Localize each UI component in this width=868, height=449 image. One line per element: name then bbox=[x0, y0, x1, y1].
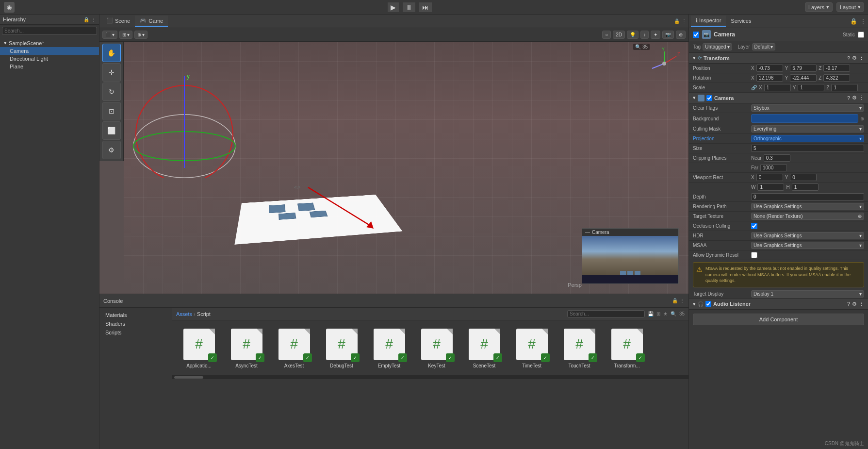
tab-services[interactable]: Services bbox=[726, 16, 756, 27]
culling-mask-dropdown[interactable]: Everything ▾ bbox=[751, 125, 864, 133]
assets-left-shaders[interactable]: Shaders bbox=[99, 319, 172, 328]
layers-dropdown[interactable]: Layers ▾ bbox=[805, 2, 833, 12]
projection-dropdown[interactable]: Orthographic ▾ bbox=[751, 135, 864, 142]
list-item[interactable]: # ✓ AsyncTest bbox=[225, 325, 268, 370]
audio-scene-btn[interactable]: ♪ bbox=[640, 31, 649, 39]
transform-tool-btn[interactable]: ⚙ bbox=[102, 141, 121, 159]
audio-settings-icon[interactable]: ⚙ bbox=[852, 301, 857, 307]
occlusion-culling-checkbox[interactable] bbox=[751, 223, 757, 229]
camera-help-icon[interactable]: ? bbox=[847, 95, 850, 101]
camera-active-checkbox[interactable] bbox=[693, 32, 699, 38]
assets-eye-icon[interactable]: 🔍 bbox=[671, 311, 676, 316]
pos-y-input[interactable] bbox=[790, 65, 817, 72]
near-input[interactable] bbox=[764, 154, 790, 162]
scene-viewport[interactable]: y ⚙ bbox=[124, 42, 688, 294]
hierarchy-item-plane[interactable]: Plane bbox=[0, 63, 99, 70]
hdr-dropdown[interactable]: Use Graphics Settings ▾ bbox=[751, 232, 864, 239]
hierarchy-item-camera[interactable]: Camera bbox=[0, 47, 99, 55]
scene-lock-icon[interactable]: 🔒 bbox=[674, 18, 680, 24]
inspector-lock-icon[interactable]: 🔒 bbox=[850, 18, 857, 25]
2d-btn[interactable]: 2D bbox=[613, 31, 625, 39]
layer-dropdown[interactable]: Default ▾ bbox=[752, 43, 776, 50]
static-checkbox[interactable] bbox=[858, 32, 864, 38]
rot-x-input[interactable] bbox=[756, 74, 783, 82]
game-tab[interactable]: 🎮 Game bbox=[135, 16, 168, 27]
rot-y-input[interactable] bbox=[790, 74, 817, 82]
scale-z-input[interactable] bbox=[831, 84, 858, 91]
gizmo-btn[interactable]: ⊕ ▾ bbox=[134, 31, 147, 39]
gizmo-toggle-btn[interactable]: ⊕ bbox=[676, 31, 686, 39]
play-button[interactable]: ▶ bbox=[388, 2, 399, 12]
list-item[interactable]: # ✓ Applicatio... bbox=[177, 325, 221, 370]
console-menu-icon[interactable]: ⋮ bbox=[680, 298, 685, 303]
list-item[interactable]: # ✓ DebugTest bbox=[320, 325, 363, 370]
rotate-tool-btn[interactable]: ↻ bbox=[102, 83, 121, 101]
tag-dropdown[interactable]: Untagged ▾ bbox=[703, 43, 732, 50]
list-item[interactable]: # ✓ AxesTest bbox=[272, 325, 316, 370]
target-display-dropdown[interactable]: Display 1 ▾ bbox=[751, 290, 864, 298]
background-color-picker[interactable] bbox=[751, 114, 858, 123]
scale-y-input[interactable] bbox=[798, 84, 824, 91]
hierarchy-item-directional-light[interactable]: Directional Light bbox=[0, 55, 99, 63]
audio-more-icon[interactable]: ⋮ bbox=[859, 301, 864, 307]
audio-help-icon[interactable]: ? bbox=[847, 301, 850, 307]
vp-w-input[interactable] bbox=[757, 183, 784, 191]
move-tool-btn[interactable]: ✛ bbox=[102, 63, 121, 82]
list-item[interactable]: # ✓ KeyTest bbox=[415, 325, 459, 370]
inspector-menu-icon[interactable]: ⋮ bbox=[860, 18, 866, 25]
audio-listener-section-header[interactable]: ▾ 🎧 Audio Listener ? ⚙ ⋮ bbox=[689, 299, 868, 310]
console-lock-icon[interactable]: 🔒 bbox=[672, 298, 678, 303]
unity-icon[interactable]: ◉ bbox=[4, 2, 15, 13]
pos-x-input[interactable] bbox=[756, 65, 783, 72]
scene-menu-icon[interactable]: ⋮ bbox=[682, 18, 687, 24]
scale-x-input[interactable] bbox=[764, 84, 791, 91]
pos-z-input[interactable] bbox=[823, 65, 850, 72]
vp-h-input[interactable] bbox=[792, 183, 819, 191]
transform-settings-icon[interactable]: ⚙ bbox=[852, 55, 857, 61]
camera-settings-icon[interactable]: ⚙ bbox=[852, 95, 857, 101]
rect-tool-btn[interactable]: ⬜ bbox=[102, 121, 121, 140]
list-item[interactable]: # ✓ Transform... bbox=[605, 325, 649, 370]
hierarchy-lock-icon[interactable]: 🔒 bbox=[83, 17, 89, 22]
vp-x-input[interactable] bbox=[756, 174, 783, 181]
depth-input[interactable] bbox=[751, 193, 864, 200]
target-texture-dropdown[interactable]: None (Render Texture) ⊕ bbox=[751, 213, 864, 220]
size-input[interactable] bbox=[751, 145, 864, 152]
draw-mode-btn[interactable]: ⬛ ▾ bbox=[102, 31, 117, 39]
background-pipette-icon[interactable]: ⊕ bbox=[860, 116, 864, 121]
pause-button[interactable]: ⏸ bbox=[403, 2, 415, 12]
list-item[interactable]: # ✓ EmptyTest bbox=[367, 325, 411, 370]
msaa-dropdown[interactable]: Use Graphics Settings ▾ bbox=[751, 242, 864, 249]
assets-search-input[interactable] bbox=[567, 310, 645, 317]
camera-more-icon[interactable]: ⋮ bbox=[859, 95, 864, 101]
list-item[interactable]: # ✓ TimeTest bbox=[510, 325, 554, 370]
rendering-path-dropdown[interactable]: Use Graphics Settings ▾ bbox=[751, 203, 864, 210]
breadcrumb-prefix[interactable]: Assets bbox=[176, 311, 192, 317]
assets-left-materials[interactable]: Materials bbox=[99, 311, 172, 319]
bottom-scrollbar[interactable] bbox=[172, 375, 688, 379]
console-tab[interactable]: Console bbox=[103, 298, 123, 304]
hierarchy-item-samplescene[interactable]: ▾ SampleScene* bbox=[0, 39, 99, 47]
clear-flags-dropdown[interactable]: Skybox ▾ bbox=[751, 104, 864, 112]
list-item[interactable]: # ✓ TouchTest bbox=[557, 325, 601, 370]
assets-group-icon[interactable]: ⊞ bbox=[656, 311, 660, 316]
step-button[interactable]: ⏭ bbox=[419, 2, 432, 12]
fx-btn[interactable]: ✦ bbox=[651, 31, 660, 39]
camera-section-header[interactable]: ▾ Camera ? ⚙ ⋮ bbox=[689, 93, 868, 103]
scene-tab[interactable]: ⬛ Scene bbox=[101, 16, 135, 27]
transform-section-header[interactable]: ▾ ⟳ Transform ? ⚙ ⋮ bbox=[689, 53, 868, 64]
hierarchy-search-input[interactable] bbox=[2, 27, 97, 35]
transform-help-icon[interactable]: ? bbox=[847, 55, 850, 61]
transform-more-icon[interactable]: ⋮ bbox=[859, 55, 864, 61]
assets-star-icon[interactable]: ★ bbox=[663, 311, 668, 316]
allow-dynamic-resol-checkbox[interactable] bbox=[751, 252, 757, 258]
scene-camera-btn[interactable]: 📷 bbox=[662, 31, 674, 39]
view-options-btn[interactable]: ⊞ ▾ bbox=[119, 31, 132, 39]
assets-save-icon[interactable]: 💾 bbox=[648, 311, 654, 316]
layout-dropdown[interactable]: Layout ▾ bbox=[836, 2, 864, 12]
scale-tool-btn[interactable]: ⊡ bbox=[102, 102, 121, 120]
light-btn[interactable]: 💡 bbox=[627, 31, 639, 39]
rot-z-input[interactable] bbox=[823, 74, 850, 82]
tab-inspector[interactable]: ℹ Inspector bbox=[691, 16, 726, 27]
add-component-button[interactable]: Add Component bbox=[693, 314, 864, 325]
